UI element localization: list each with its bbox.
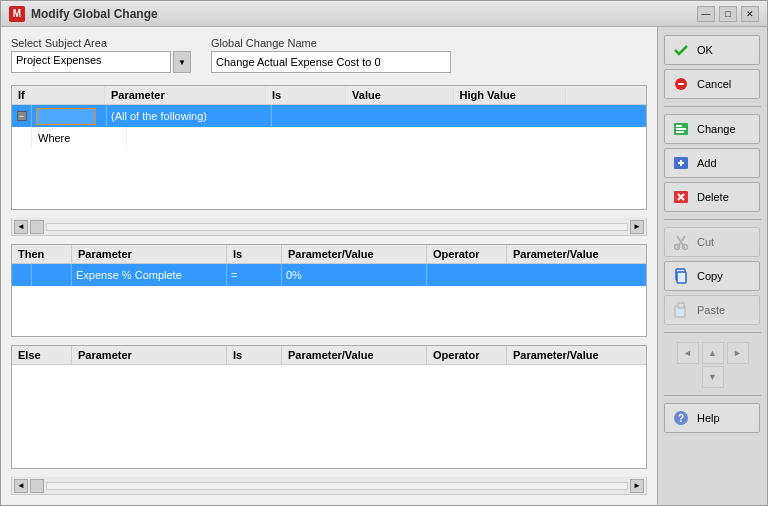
subject-area-value: Project Expenses xyxy=(16,54,102,66)
if-col-highvalue: High Value xyxy=(454,86,566,104)
svg-text:?: ? xyxy=(678,413,684,424)
subject-area-select[interactable]: Project Expenses xyxy=(11,51,171,73)
delete-icon xyxy=(671,187,691,207)
then-col-is: Is xyxy=(227,245,282,263)
cut-button[interactable]: Cut xyxy=(664,227,760,257)
if-cell-input[interactable] xyxy=(36,108,96,125)
title-buttons: — □ ✕ xyxy=(697,6,759,22)
if-row2-icon xyxy=(12,127,32,149)
if-header: If Parameter Is Value High Value xyxy=(12,86,646,105)
minus-icon[interactable]: − xyxy=(12,105,32,127)
global-change-input[interactable] xyxy=(211,51,451,73)
else-scroll-left[interactable]: ◄ xyxy=(14,479,28,493)
then-col-param: Parameter xyxy=(72,245,227,263)
nav-row: ◄ ▲ ▼ ► xyxy=(664,342,761,388)
svg-rect-17 xyxy=(677,272,686,283)
then-row1-spacer xyxy=(32,264,72,286)
separator-3 xyxy=(664,332,761,333)
else-col-is: Is xyxy=(227,346,282,364)
separator-2 xyxy=(664,219,761,220)
nav-left-button[interactable]: ◄ xyxy=(677,342,699,364)
else-scroll-thumb[interactable] xyxy=(30,479,44,493)
right-panel: OK Cancel xyxy=(657,27,767,505)
cut-icon xyxy=(671,232,691,252)
add-button[interactable]: Add xyxy=(664,148,760,178)
cancel-label: Cancel xyxy=(697,78,731,90)
paste-button[interactable]: Paste xyxy=(664,295,760,325)
help-icon: ? xyxy=(671,408,691,428)
help-button[interactable]: ? Help xyxy=(664,403,760,433)
if-row1-if-cell[interactable] xyxy=(32,105,107,127)
if-col-is: Is xyxy=(266,86,346,104)
form-row: Select Subject Area Project Expenses ▼ G… xyxy=(11,37,647,73)
else-scroll-right[interactable]: ► xyxy=(630,479,644,493)
if-empty-space xyxy=(12,149,646,209)
cut-label: Cut xyxy=(697,236,714,248)
else-header: Else Parameter Is Parameter/Value Operat… xyxy=(12,346,646,365)
nav-down-button[interactable]: ▼ xyxy=(702,366,724,388)
svg-rect-3 xyxy=(676,125,682,127)
if-col-extra xyxy=(566,86,646,104)
then-header: Then Parameter Is Parameter/Value Operat… xyxy=(12,245,646,264)
close-button[interactable]: ✕ xyxy=(741,6,759,22)
copy-label: Copy xyxy=(697,270,723,282)
ok-button[interactable]: OK xyxy=(664,35,760,65)
else-scrollbar: ◄ ► xyxy=(11,477,647,495)
app-icon: M xyxy=(9,6,25,22)
nav-right-button[interactable]: ► xyxy=(727,342,749,364)
else-empty-space xyxy=(12,365,646,468)
delete-button[interactable]: Delete xyxy=(664,182,760,212)
then-row1-icon xyxy=(12,264,32,286)
if-col-if: If xyxy=(12,86,105,104)
minimize-button[interactable]: — xyxy=(697,6,715,22)
change-label: Change xyxy=(697,123,736,135)
paste-icon xyxy=(671,300,691,320)
if-scroll-thumb[interactable] xyxy=(30,220,44,234)
paste-label: Paste xyxy=(697,304,725,316)
change-button[interactable]: Change xyxy=(664,114,760,144)
copy-button[interactable]: Copy xyxy=(664,261,760,291)
subject-area-dropdown-arrow[interactable]: ▼ xyxy=(173,51,191,73)
if-scroll-left[interactable]: ◄ xyxy=(14,220,28,234)
change-icon xyxy=(671,119,691,139)
then-col-operator: Operator xyxy=(427,245,507,263)
if-row-2[interactable]: Where xyxy=(12,127,646,149)
then-row1-is[interactable]: = xyxy=(227,264,282,286)
if-scroll-right[interactable]: ► xyxy=(630,220,644,234)
else-label: Else xyxy=(12,346,72,364)
else-scroll-track xyxy=(46,482,628,490)
then-empty-space xyxy=(12,286,646,336)
nav-up-button[interactable]: ▲ xyxy=(702,342,724,364)
if-row1-param-cell[interactable]: (All of the following) xyxy=(107,105,272,127)
svg-rect-5 xyxy=(676,131,684,133)
then-section: Then Parameter Is Parameter/Value Operat… xyxy=(11,244,647,337)
main-content: Select Subject Area Project Expenses ▼ G… xyxy=(1,27,767,505)
global-change-label: Global Change Name xyxy=(211,37,451,49)
if-scrollbar: ◄ ► xyxy=(11,218,647,236)
cancel-button[interactable]: Cancel xyxy=(664,69,760,99)
else-col-operator: Operator xyxy=(427,346,507,364)
if-section: If Parameter Is Value High Value − xyxy=(11,85,647,210)
if-row-1[interactable]: − (All of the following) xyxy=(12,105,646,127)
global-change-group: Global Change Name xyxy=(211,37,451,73)
else-section: Else Parameter Is Parameter/Value Operat… xyxy=(11,345,647,469)
left-panel: Select Subject Area Project Expenses ▼ G… xyxy=(1,27,657,505)
then-row-1[interactable]: Expense % Complete = 0% xyxy=(12,264,646,286)
then-row1-param[interactable]: Expense % Complete xyxy=(72,264,227,286)
else-col-paramval2: Parameter/Value xyxy=(507,346,646,364)
else-col-param: Parameter xyxy=(72,346,227,364)
if-col-param: Parameter xyxy=(105,86,266,104)
maximize-button[interactable]: □ xyxy=(719,6,737,22)
svg-rect-19 xyxy=(678,303,684,308)
separator-4 xyxy=(664,395,761,396)
ok-label: OK xyxy=(697,44,713,56)
title-bar: M Modify Global Change — □ ✕ xyxy=(1,1,767,27)
copy-icon xyxy=(671,266,691,286)
subject-area-wrapper: Project Expenses ▼ xyxy=(11,51,191,73)
add-label: Add xyxy=(697,157,717,169)
then-row1-paramval[interactable]: 0% xyxy=(282,264,427,286)
if-row2-where: Where xyxy=(32,127,127,149)
if-scroll-track xyxy=(46,223,628,231)
ok-icon xyxy=(671,40,691,60)
then-col-paramval2: Parameter/Value xyxy=(507,245,646,263)
